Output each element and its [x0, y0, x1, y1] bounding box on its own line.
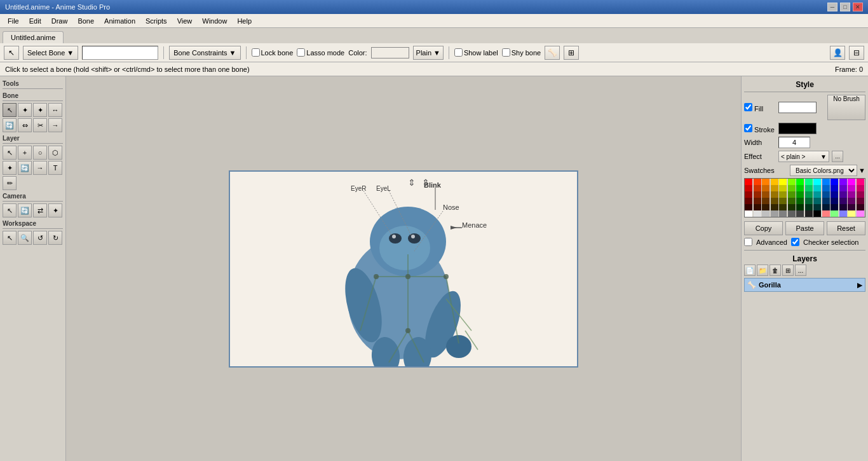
color-swatch-cell[interactable]: [839, 198, 847, 204]
color-swatch-cell[interactable]: [813, 179, 821, 185]
select-tool-icon[interactable]: ↖: [4, 46, 19, 60]
color-swatch-cell[interactable]: [857, 210, 864, 217]
color-swatch-cell[interactable]: [745, 210, 752, 217]
color-swatch-cell[interactable]: [839, 204, 847, 210]
color-swatch-cell[interactable]: [762, 198, 770, 204]
color-swatch-cell[interactable]: [762, 210, 770, 217]
color-swatch-cell[interactable]: [831, 179, 838, 185]
color-swatch-cell[interactable]: [754, 198, 761, 204]
menu-edit[interactable]: Edit: [24, 16, 46, 26]
lasso-mode-checkbox-wrapper[interactable]: Lasso mode: [297, 48, 344, 57]
menu-draw[interactable]: Draw: [46, 16, 73, 26]
lock-bone-checkbox[interactable]: [252, 48, 260, 57]
layer-select-tool[interactable]: ↖: [3, 146, 17, 160]
bone-select-tool[interactable]: ↖: [3, 103, 17, 117]
color-swatch-cell[interactable]: [857, 179, 864, 185]
color-swatch-cell[interactable]: [813, 191, 821, 198]
layer-arrow-tool[interactable]: →: [33, 161, 47, 175]
bone-transform-tool[interactable]: ↔: [48, 103, 62, 117]
color-swatch-cell[interactable]: [788, 198, 796, 204]
layers-duplicate-button[interactable]: ⊞: [782, 265, 794, 276]
color-swatch-cell[interactable]: [848, 191, 855, 198]
bone-name-input[interactable]: [82, 46, 158, 60]
color-swatch-cell[interactable]: [745, 191, 752, 198]
select-bone-dropdown[interactable]: Select Bone ▼: [23, 46, 78, 60]
bone-arrow-tool[interactable]: →: [48, 118, 62, 132]
color-swatch-cell[interactable]: [745, 204, 752, 210]
color-swatch-cell[interactable]: [779, 191, 787, 198]
user-icon[interactable]: 👤: [830, 46, 845, 60]
color-swatch-cell[interactable]: [822, 210, 830, 217]
color-swatch-cell[interactable]: [796, 185, 804, 191]
color-swatch-cell[interactable]: [857, 204, 864, 210]
camera-zoom-tool[interactable]: ✦: [48, 203, 62, 217]
color-swatch-cell[interactable]: [822, 185, 830, 191]
bone-icon-1[interactable]: 🦴: [545, 46, 560, 60]
bone-icon-2[interactable]: ⊞: [564, 46, 579, 60]
color-swatch-cell[interactable]: [848, 185, 855, 191]
show-label-checkbox-wrapper[interactable]: Show label: [454, 48, 498, 57]
document-tab[interactable]: Untitled.anime: [3, 31, 64, 43]
menu-file[interactable]: File: [3, 16, 24, 26]
color-swatch-cell[interactable]: [857, 198, 864, 204]
color-swatch-cell[interactable]: [754, 185, 761, 191]
reset-button[interactable]: Reset: [827, 221, 865, 235]
bone-scale-tool[interactable]: ⇔: [18, 118, 32, 132]
color-swatch-cell[interactable]: [745, 185, 752, 191]
color-swatch-cell[interactable]: [745, 198, 752, 204]
color-swatch-cell[interactable]: [813, 210, 821, 217]
color-style-dropdown[interactable]: Plain ▼: [413, 46, 444, 60]
color-swatch-cell[interactable]: [813, 204, 821, 210]
color-swatch-cell[interactable]: [788, 210, 796, 217]
color-swatch-cell[interactable]: [762, 185, 770, 191]
shy-bone-checkbox-wrapper[interactable]: Shy bone: [502, 48, 541, 57]
color-swatch-cell[interactable]: [779, 185, 787, 191]
color-swatch-cell[interactable]: [805, 185, 813, 191]
checker-selection-checkbox[interactable]: [791, 238, 799, 246]
color-swatch-cell[interactable]: [822, 179, 830, 185]
color-swatch-cell[interactable]: [822, 204, 830, 210]
color-swatch-cell[interactable]: [831, 198, 838, 204]
color-swatch-cell[interactable]: [788, 204, 796, 210]
window-controls[interactable]: ─ □ ✕: [827, 3, 863, 11]
maximize-button[interactable]: □: [840, 3, 850, 11]
color-swatch-cell[interactable]: [813, 185, 821, 191]
color-swatch-cell[interactable]: [839, 210, 847, 217]
close-button[interactable]: ✕: [853, 3, 863, 11]
color-swatch-cell[interactable]: [779, 198, 787, 204]
color-swatch-cell[interactable]: [779, 210, 787, 217]
color-swatch-cell[interactable]: [788, 191, 796, 198]
color-swatch-cell[interactable]: [822, 198, 830, 204]
color-swatch-cell[interactable]: [796, 191, 804, 198]
lock-bone-checkbox-wrapper[interactable]: Lock bone: [252, 48, 294, 57]
color-swatch-cell[interactable]: [754, 191, 761, 198]
shy-bone-checkbox[interactable]: [502, 48, 510, 57]
color-swatch-cell[interactable]: [848, 204, 855, 210]
lasso-mode-checkbox[interactable]: [297, 48, 305, 57]
workspace-zoom-tool[interactable]: 🔍: [18, 231, 32, 245]
color-swatch-cell[interactable]: [796, 204, 804, 210]
layer-text-tool[interactable]: T: [48, 161, 62, 175]
color-swatch-cell[interactable]: [857, 191, 864, 198]
color-swatch-cell[interactable]: [754, 179, 761, 185]
menu-view[interactable]: View: [172, 16, 198, 26]
color-swatch-cell[interactable]: [831, 191, 838, 198]
fill-color-swatch[interactable]: [778, 102, 817, 113]
layer-gorilla[interactable]: 🦴 Gorilla ▶: [744, 278, 865, 292]
menu-scripts[interactable]: Scripts: [140, 16, 172, 26]
color-swatch-cell[interactable]: [788, 179, 796, 185]
layers-delete-button[interactable]: 🗑: [770, 265, 781, 276]
bone-color-swatch[interactable]: [371, 47, 409, 58]
color-swatch-cell[interactable]: [796, 198, 804, 204]
swatches-file-dropdown[interactable]: Basic Colors.png: [790, 165, 857, 176]
show-label-checkbox[interactable]: [454, 48, 463, 57]
bone-edit-tool[interactable]: ✦: [33, 103, 47, 117]
color-swatch-cell[interactable]: [848, 210, 855, 217]
layers-new-button[interactable]: 📄: [744, 265, 756, 276]
camera-tilt-tool[interactable]: ⇄: [33, 203, 47, 217]
color-swatch-cell[interactable]: [771, 198, 778, 204]
color-swatch-cell[interactable]: [848, 179, 855, 185]
camera-rotate-tool[interactable]: 🔄: [18, 203, 32, 217]
color-swatch-cell[interactable]: [762, 204, 770, 210]
layer-oval-tool[interactable]: ○: [33, 146, 47, 160]
